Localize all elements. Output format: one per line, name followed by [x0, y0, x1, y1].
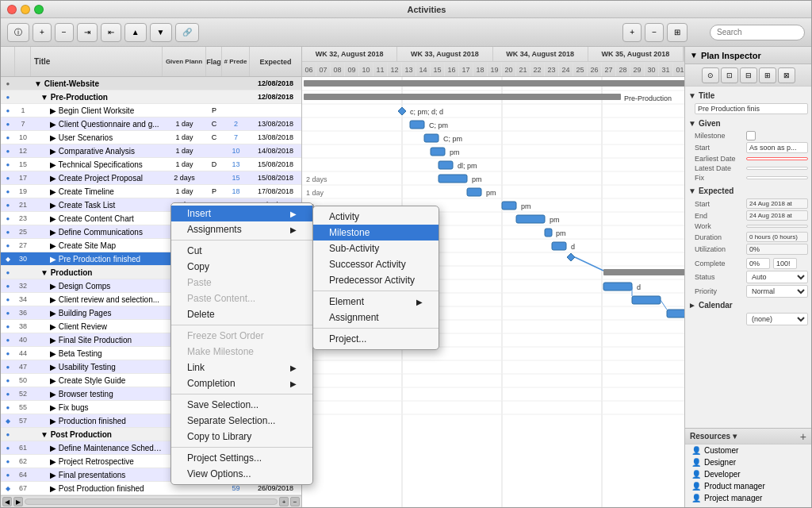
table-row[interactable]: ● ▼ Client-Website 12/08/2018 [1, 77, 301, 90]
fix-value[interactable] [746, 176, 808, 179]
resources-add-button[interactable]: + [800, 430, 806, 443]
zoom-out-button[interactable]: − [645, 23, 664, 42]
close-button[interactable] [7, 5, 17, 14]
status-select[interactable]: Auto On Track At Risk [746, 271, 808, 283]
remove-button[interactable]: − [55, 23, 74, 42]
expected-end-field: End 24 Aug 2018 at [688, 210, 808, 221]
resource-item[interactable]: 👤 Customer [685, 444, 811, 456]
table-row[interactable]: ● 19 ▶ Create Timeline 1 day P 18 17/08/… [1, 185, 301, 198]
ctx-paste-label: Paste [187, 277, 212, 288]
ctx-element[interactable]: Element ▶ [313, 294, 439, 310]
resource-item[interactable]: 👤 Designer [685, 456, 811, 468]
ctx-successor-label: Successor Activity [329, 259, 406, 270]
ctx-cut[interactable]: Cut [171, 243, 312, 259]
ctx-project[interactable]: Project... [313, 331, 439, 347]
ctx-sub-activity[interactable]: Sub-Activity [313, 241, 439, 256]
ctx-insert[interactable]: Insert ▶ Activity Milestone Sub-Activity… [171, 206, 312, 221]
scroll-track[interactable] [25, 498, 278, 505]
scroll-left-button[interactable]: ◀ [2, 497, 12, 506]
inspector-latest-field: Latest Date [688, 164, 808, 172]
down-button[interactable]: ▼ [150, 23, 172, 42]
table-row[interactable]: ● 7 ▶ Client Questionnaire and g... 1 da… [1, 117, 301, 131]
submenu-sep-1 [313, 291, 439, 291]
section-given-label: Given [699, 119, 721, 128]
table-row[interactable]: ● 12 ▶ Comparative Analysis 1 day 10 14/… [1, 144, 301, 158]
ctx-project-settings[interactable]: Project Settings... [171, 450, 312, 466]
outdent-button[interactable]: ⇤ [101, 23, 121, 42]
svg-rect-36 [431, 148, 445, 156]
week-label-32: WK 32, August 2018 [302, 47, 397, 61]
ctx-view-options[interactable]: View Options... [171, 466, 312, 482]
svg-text:Pre-Production: Pre-Production [624, 94, 672, 102]
ctx-completion[interactable]: Completion ▶ [171, 375, 312, 391]
table-row[interactable]: ● 1 ▶ Begin Client Worksite P [1, 104, 301, 117]
ctx-sep-2 [171, 325, 312, 325]
link-button[interactable]: 🔗 [175, 23, 199, 42]
resource-item[interactable]: 👤 Product manager [685, 480, 811, 492]
gantt-table-header: Title Given Plann Flag # Prede Expected [1, 47, 301, 77]
info-button[interactable]: ⓘ [7, 23, 29, 42]
indent-button[interactable]: ⇥ [77, 23, 98, 42]
col-header-title: Title [31, 47, 163, 76]
table-row[interactable]: ● ▼ Pre-Production 12/08/2018 [1, 90, 301, 104]
complete-value[interactable]: 0% [746, 258, 770, 269]
ctx-insert-label: Insert [187, 208, 211, 219]
day-26: 26 [588, 62, 602, 77]
fit-button[interactable]: ⊞ [667, 23, 688, 42]
table-row[interactable]: ● 15 ▶ Technical Specifications 1 day D … [1, 158, 301, 171]
inspector-tab-1[interactable]: ⊙ [702, 67, 719, 83]
ctx-copy[interactable]: Copy [171, 259, 312, 275]
table-row[interactable]: ● 10 ▶ User Scenarios 1 day C 7 13/08/20… [1, 131, 301, 144]
search-input[interactable] [710, 25, 805, 40]
zoom-out-scroll[interactable]: − [290, 497, 300, 506]
priority-select[interactable]: Normal High Low [746, 285, 808, 298]
ctx-separate-selection[interactable]: Separate Selection... [171, 413, 312, 429]
latest-value[interactable] [746, 167, 808, 170]
resource-item[interactable]: 👤 Project manager [685, 492, 811, 504]
zoom-in-scroll[interactable]: + [279, 497, 289, 506]
day-12: 12 [388, 62, 402, 77]
milestone-checkbox[interactable] [746, 131, 756, 140]
ctx-copy-to-library[interactable]: Copy to Library [171, 429, 312, 444]
submenu-arrow: ▶ [290, 210, 297, 218]
ctx-link[interactable]: Link ▶ [171, 360, 312, 375]
inspector-tab-4[interactable]: ⊞ [759, 67, 776, 83]
ctx-paste-content: Paste Content... [171, 291, 312, 306]
start-value[interactable]: As soon as p... [746, 142, 808, 153]
status-label: Status [695, 273, 746, 281]
ctx-activity[interactable]: Activity [313, 209, 439, 225]
ctx-sub-activity-label: Sub-Activity [329, 243, 379, 254]
up-button[interactable]: ▲ [124, 23, 147, 42]
inspector-tab-3[interactable]: ⊟ [740, 67, 757, 83]
week-label-extra [684, 47, 684, 61]
earliest-value[interactable] [746, 157, 808, 160]
expected-util-field: Utilization 0% [688, 244, 808, 255]
resource-item[interactable]: 👤 Developer [685, 468, 811, 480]
minimize-button[interactable] [21, 5, 30, 14]
zoom-in-button[interactable]: + [622, 23, 642, 42]
maximize-button[interactable] [34, 5, 44, 14]
table-row[interactable]: ● 17 ▶ Create Project Proposal 2 days 15… [1, 171, 301, 185]
ctx-save-selection[interactable]: Save Selection... [171, 397, 312, 413]
ctx-successor-activity[interactable]: Successor Activity [313, 256, 439, 272]
ctx-milestone[interactable]: Milestone [313, 225, 439, 241]
ctx-element-label: Element [329, 296, 364, 307]
svg-text:dl; pm: dl; pm [458, 162, 477, 170]
ctx-assignments[interactable]: Assignments ▶ [171, 221, 312, 237]
ctx-predecessor-activity[interactable]: Predecessor Activity [313, 272, 439, 288]
ctx-assignment[interactable]: Assignment [313, 310, 439, 325]
inspector-title-value[interactable]: Pre Production finis [695, 103, 808, 114]
ctx-project-label: Project... [329, 333, 366, 344]
svg-line-59 [575, 257, 603, 271]
inspector-tab-2[interactable]: ⊡ [721, 67, 738, 83]
add-button[interactable]: + [33, 23, 52, 42]
inspector-fix-field: Fix [688, 174, 808, 182]
gantt-scrollbar[interactable]: ◀ ▶ + − [1, 495, 301, 507]
ctx-delete[interactable]: Delete [171, 306, 312, 322]
scroll-right-button[interactable]: ▶ [13, 497, 23, 506]
inspector-tab-5[interactable]: ⊠ [778, 67, 795, 83]
complete-value2[interactable]: 100! [773, 258, 797, 269]
ctx-delete-label: Delete [187, 309, 215, 320]
col-header-given: Given Plann [163, 47, 206, 76]
calendar-select[interactable]: (none) [746, 313, 808, 325]
